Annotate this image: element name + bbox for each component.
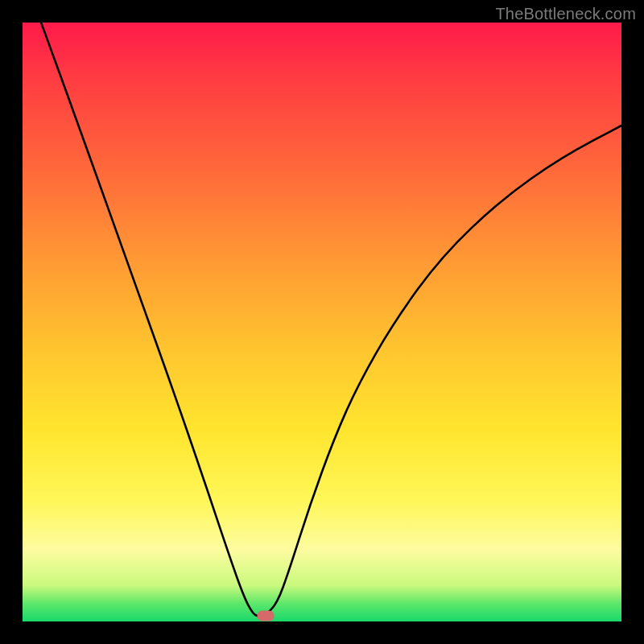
chart-frame: TheBottleneck.com <box>0 0 644 644</box>
watermark-text: TheBottleneck.com <box>495 5 636 23</box>
plot-area <box>23 23 621 621</box>
curve-svg <box>23 23 621 621</box>
optimal-marker <box>258 610 275 621</box>
bottleneck-curve <box>41 23 621 617</box>
